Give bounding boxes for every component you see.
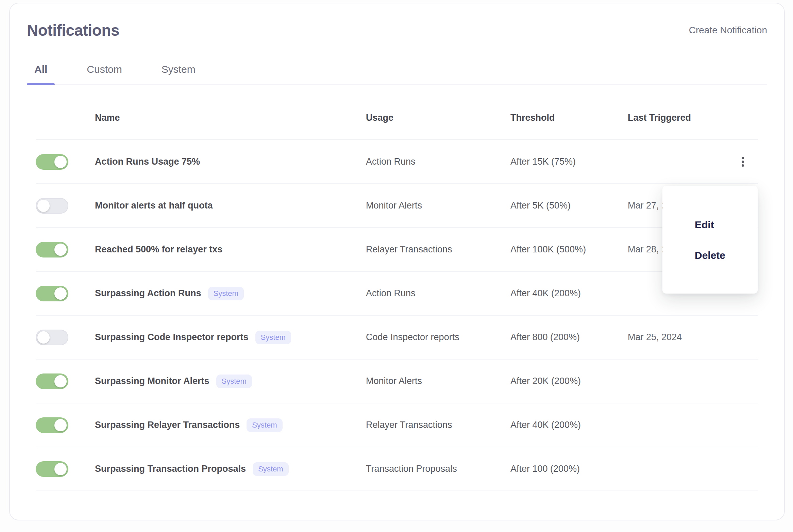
system-badge: System bbox=[253, 462, 288, 476]
card-header: Notifications Create Notification bbox=[27, 20, 767, 40]
system-badge: System bbox=[255, 331, 291, 344]
toggle-knob bbox=[54, 419, 67, 431]
toggle-knob bbox=[37, 331, 50, 344]
row-context-menu: Edit Delete bbox=[662, 186, 758, 294]
toggle-cell bbox=[36, 330, 95, 345]
table-row: Surpassing Relayer Transactions System R… bbox=[36, 403, 758, 447]
usage-cell: Relayer Transactions bbox=[366, 420, 510, 430]
table-row: Monitor alerts at half quota Monitor Ale… bbox=[36, 184, 758, 228]
usage-cell: Code Inspector reports bbox=[366, 332, 510, 343]
name-cell: Surpassing Action Runs System bbox=[95, 287, 366, 300]
toggle-cell bbox=[36, 461, 95, 477]
table-row: Surpassing Monitor Alerts System Monitor… bbox=[36, 360, 758, 403]
kebab-vertical-icon[interactable] bbox=[727, 157, 758, 167]
toggle-cell bbox=[36, 286, 95, 301]
usage-cell: Monitor Alerts bbox=[366, 376, 510, 386]
column-header-usage: Usage bbox=[366, 113, 510, 123]
notification-name: Surpassing Action Runs bbox=[95, 288, 201, 299]
toggle-knob bbox=[54, 375, 67, 387]
threshold-cell: After 5K (50%) bbox=[510, 200, 628, 211]
toggle-knob bbox=[54, 244, 67, 256]
table-body: Action Runs Usage 75% Action Runs After … bbox=[36, 140, 758, 491]
notification-toggle[interactable] bbox=[36, 242, 68, 257]
threshold-cell: After 40K (200%) bbox=[510, 420, 628, 430]
name-cell: Surpassing Code Inspector reports System bbox=[95, 331, 366, 344]
toggle-knob bbox=[54, 287, 67, 300]
tab-bar: All Custom System bbox=[27, 54, 767, 85]
threshold-cell: After 800 (200%) bbox=[510, 332, 628, 343]
name-cell: Monitor alerts at half quota bbox=[95, 200, 366, 211]
create-notification-button[interactable]: Create Notification bbox=[689, 25, 767, 36]
threshold-cell: After 100K (500%) bbox=[510, 244, 628, 255]
notification-name: Reached 500% for relayer txs bbox=[95, 244, 222, 255]
toggle-cell bbox=[36, 198, 95, 214]
usage-cell: Relayer Transactions bbox=[366, 244, 510, 255]
notification-toggle[interactable] bbox=[36, 286, 68, 301]
notification-name: Monitor alerts at half quota bbox=[95, 200, 213, 211]
notification-name: Surpassing Monitor Alerts bbox=[95, 376, 209, 386]
actions-cell bbox=[727, 157, 758, 167]
table-row: Surpassing Code Inspector reports System… bbox=[36, 316, 758, 360]
notification-toggle[interactable] bbox=[36, 198, 68, 214]
column-header-threshold: Threshold bbox=[510, 113, 628, 123]
tab-custom[interactable]: Custom bbox=[79, 54, 129, 84]
system-badge: System bbox=[247, 418, 282, 432]
usage-cell: Action Runs bbox=[366, 288, 510, 299]
tab-all[interactable]: All bbox=[27, 54, 55, 84]
system-badge: System bbox=[208, 287, 244, 300]
notification-name: Surpassing Relayer Transactions bbox=[95, 420, 240, 430]
column-header-last-triggered: Last Triggered bbox=[628, 113, 727, 123]
notification-toggle[interactable] bbox=[36, 154, 68, 170]
name-cell: Surpassing Monitor Alerts System bbox=[95, 375, 366, 388]
toggle-cell bbox=[36, 373, 95, 389]
notifications-card: Notifications Create Notification All Cu… bbox=[9, 3, 785, 520]
menu-item-delete[interactable]: Delete bbox=[662, 240, 758, 271]
table-row: Action Runs Usage 75% Action Runs After … bbox=[36, 140, 758, 184]
toggle-knob bbox=[54, 463, 67, 475]
notification-name: Action Runs Usage 75% bbox=[95, 156, 200, 167]
notification-toggle[interactable] bbox=[36, 417, 68, 433]
toggle-knob bbox=[37, 200, 50, 212]
toggle-cell bbox=[36, 417, 95, 433]
toggle-cell bbox=[36, 154, 95, 170]
system-badge: System bbox=[216, 375, 252, 388]
toggle-knob bbox=[54, 156, 67, 168]
last-triggered-cell: Mar 25, 2024 bbox=[628, 332, 727, 343]
page-title: Notifications bbox=[27, 21, 119, 39]
usage-cell: Transaction Proposals bbox=[366, 464, 510, 474]
menu-item-edit[interactable]: Edit bbox=[662, 210, 758, 240]
name-cell: Action Runs Usage 75% bbox=[95, 156, 366, 167]
notification-toggle[interactable] bbox=[36, 373, 68, 389]
table-row: Reached 500% for relayer txs Relayer Tra… bbox=[36, 228, 758, 272]
notification-name: Surpassing Code Inspector reports bbox=[95, 332, 249, 343]
threshold-cell: After 15K (75%) bbox=[510, 156, 628, 167]
name-cell: Surpassing Transaction Proposals System bbox=[95, 462, 366, 476]
name-cell: Surpassing Relayer Transactions System bbox=[95, 418, 366, 432]
threshold-cell: After 40K (200%) bbox=[510, 288, 628, 299]
column-header-name: Name bbox=[95, 113, 366, 123]
usage-cell: Monitor Alerts bbox=[366, 200, 510, 211]
notifications-table: Name Usage Threshold Last Triggered Acti… bbox=[36, 85, 758, 491]
tab-system[interactable]: System bbox=[154, 54, 203, 84]
name-cell: Reached 500% for relayer txs bbox=[95, 244, 366, 255]
table-row: Surpassing Action Runs System Action Run… bbox=[36, 272, 758, 316]
table-header-row: Name Usage Threshold Last Triggered bbox=[36, 85, 758, 140]
toggle-cell bbox=[36, 242, 95, 257]
notification-name: Surpassing Transaction Proposals bbox=[95, 464, 246, 474]
threshold-cell: After 20K (200%) bbox=[510, 376, 628, 386]
table-row: Surpassing Transaction Proposals System … bbox=[36, 447, 758, 491]
notification-toggle[interactable] bbox=[36, 461, 68, 477]
notification-toggle[interactable] bbox=[36, 330, 68, 345]
threshold-cell: After 100 (200%) bbox=[510, 464, 628, 474]
usage-cell: Action Runs bbox=[366, 156, 510, 167]
